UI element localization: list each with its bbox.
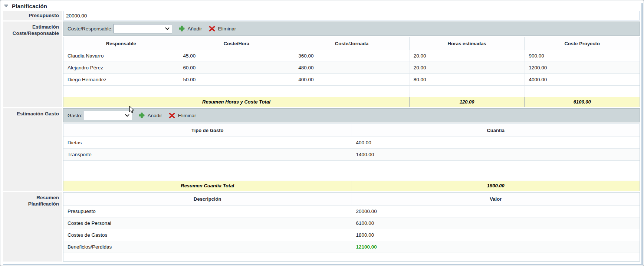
column-header: Responsable — [63, 37, 179, 50]
cell-coste-hora: 50.00 — [179, 74, 294, 85]
coste-add-label: Añadir — [188, 26, 202, 32]
table-row[interactable]: Alejandro Pérez 60.00 480.00 20.00 1200.… — [63, 62, 640, 73]
gasto-add-label: Añadir — [148, 113, 162, 118]
gasto-delete-label: Eliminar — [178, 113, 196, 118]
column-header: Descripción — [63, 193, 352, 205]
gasto-table-header: Tipo de Gasto Cuantía — [63, 124, 640, 137]
empty-row — [63, 160, 640, 181]
cell-horas: 20.00 — [409, 62, 525, 73]
table-row[interactable]: Beneficios/Perdidas 12100.00 — [63, 241, 640, 253]
plus-icon — [139, 112, 145, 118]
cell-descripcion: Costes de Personal — [63, 217, 352, 229]
coste-table: Responsable Coste/Hora Coste/Jornada Hor… — [63, 37, 640, 107]
coste-table-header: Responsable Coste/Hora Coste/Jornada Hor… — [63, 37, 640, 50]
collapse-toggle-icon[interactable] — [4, 4, 9, 7]
coste-delete-button[interactable]: Eliminar — [209, 26, 236, 32]
table-row[interactable]: Claudia Navarro 45.00 360.00 20.00 900.0… — [63, 50, 640, 62]
cell-descripcion: Beneficios/Perdidas — [63, 241, 352, 253]
gasto-select[interactable] — [83, 111, 132, 120]
cell-cuantia: 1400.00 — [352, 149, 640, 160]
column-header: Coste Proyecto — [524, 37, 640, 50]
cell-descripcion: Presupuesto — [63, 206, 352, 217]
gasto-table: Tipo de Gasto Cuantía Dietas 400.00 Tran… — [63, 124, 640, 191]
chevron-down-icon — [165, 27, 170, 30]
cell-coste-jornada: 400.00 — [294, 74, 409, 85]
footer-label: Resumen Cuantía Total — [63, 181, 352, 191]
gasto-add-button[interactable]: Añadir — [139, 112, 162, 118]
resumen-table: Descripción Valor Presupuesto 20000.00 C… — [63, 192, 640, 262]
coste-delete-label: Eliminar — [218, 26, 236, 32]
chevron-down-icon — [125, 114, 129, 117]
cell-coste-hora: 45.00 — [179, 50, 294, 62]
cell-tipo-gasto: Transporte — [63, 149, 352, 160]
table-row[interactable]: Dietas 400.00 — [63, 137, 640, 148]
cell-cuantia: 400.00 — [352, 137, 640, 148]
column-header: Coste/Hora — [179, 37, 294, 50]
planificacion-panel: Planificación Presupuesto Estimación Cos… — [0, 0, 644, 266]
panel-bottom-edge — [3, 264, 643, 265]
cell-horas: 20.00 — [409, 50, 525, 62]
cell-coste-proyecto: 900.00 — [524, 50, 640, 62]
footer-total: 1800.00 — [352, 181, 640, 191]
coste-table-footer: Resumen Horas y Coste Total 120.00 6100.… — [63, 97, 640, 107]
table-row[interactable]: Costes de Gastos 1800.00 — [63, 229, 640, 241]
cell-tipo-gasto: Dietas — [63, 137, 352, 148]
gasto-toolbar: Gasto: Añadir Eliminar — [63, 108, 640, 122]
coste-toolbar: Coste/Responsable: Añadir Eliminar — [63, 22, 640, 36]
cell-coste-jornada: 480.00 — [294, 62, 409, 73]
panel-title: Planificación — [12, 3, 47, 9]
resumen-section-label: Resumen Planificación — [3, 192, 62, 262]
footer-total-coste: 6100.00 — [524, 97, 640, 107]
column-header: Coste/Jornada — [294, 37, 409, 50]
column-header: Valor — [352, 193, 640, 205]
column-header: Cuantía — [352, 124, 640, 137]
cell-valor-beneficios: 12100.00 — [352, 241, 640, 253]
column-header: Tipo de Gasto — [63, 124, 352, 137]
table-row[interactable]: Costes de Personal 6100.00 — [63, 217, 640, 229]
presupuesto-input[interactable] — [63, 11, 640, 20]
cell-coste-hora: 60.00 — [179, 62, 294, 73]
cell-responsable: Diego Hernandez — [63, 74, 179, 85]
gasto-table-footer: Resumen Cuantía Total 1800.00 — [63, 181, 640, 191]
fieldset-legend: Planificación — [4, 2, 640, 10]
gasto-section-label: Estimación Gasto — [3, 108, 62, 191]
cell-valor: 6100.00 — [352, 217, 640, 229]
table-row[interactable]: Transporte 1400.00 — [63, 148, 640, 160]
x-icon — [169, 113, 175, 118]
presupuesto-label: Presupuesto — [3, 11, 62, 20]
footer-total-horas: 120.00 — [409, 97, 525, 107]
coste-section-label: Estimación Coste/Responsable — [3, 22, 62, 107]
gasto-select-label: Gasto: — [68, 113, 82, 118]
table-row[interactable]: Presupuesto 20000.00 — [63, 205, 640, 217]
cell-responsable: Alejandro Pérez — [63, 62, 179, 73]
legend-rule — [51, 6, 640, 6]
column-header: Horas estimadas — [409, 37, 525, 50]
empty-row — [63, 253, 640, 261]
resumen-table-header: Descripción Valor — [63, 193, 640, 205]
plus-icon — [179, 26, 185, 32]
cell-descripcion: Costes de Gastos — [63, 229, 352, 241]
x-icon — [209, 26, 215, 32]
cell-valor: 1800.00 — [352, 229, 640, 241]
gasto-delete-button[interactable]: Eliminar — [169, 113, 196, 118]
cell-horas: 80.00 — [409, 74, 525, 85]
footer-label: Resumen Horas y Coste Total — [63, 97, 409, 107]
coste-responsable-select[interactable] — [114, 24, 172, 33]
coste-select-label: Coste/Responsable: — [68, 26, 113, 32]
panel-right-edge — [641, 3, 643, 264]
cell-coste-proyecto: 4000.00 — [524, 74, 640, 85]
cell-coste-jornada: 360.00 — [294, 50, 409, 62]
cell-coste-proyecto: 1200.00 — [524, 62, 640, 73]
coste-add-button[interactable]: Añadir — [179, 26, 202, 32]
empty-row — [63, 85, 640, 97]
cell-valor: 20000.00 — [352, 206, 640, 217]
table-row[interactable]: Diego Hernandez 50.00 400.00 80.00 4000.… — [63, 73, 640, 85]
cell-responsable: Claudia Navarro — [63, 50, 179, 62]
